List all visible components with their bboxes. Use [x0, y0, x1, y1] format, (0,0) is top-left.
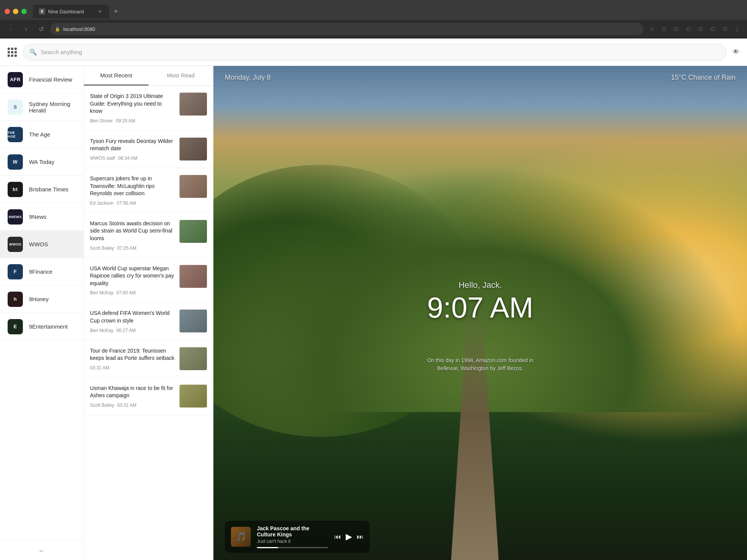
- news-item-2[interactable]: Tyson Fury reveals Deontay Wilder rematc…: [84, 131, 213, 168]
- minimize-button[interactable]: [13, 9, 18, 14]
- fast-forward-button[interactable]: ⏭: [357, 533, 364, 541]
- url-text: localhost:8080: [63, 26, 95, 32]
- sidebar-item-afr[interactable]: AFRFinancial Review: [0, 66, 83, 93]
- fact-text: On this day in 1994, Amazon.com founded …: [415, 356, 545, 372]
- news-text-4: Marcus Stoinis awaits decision on side s…: [90, 220, 175, 251]
- sidebar-item-9news[interactable]: 9NEWS9News: [0, 203, 83, 231]
- source-logo-9honey: h: [8, 292, 23, 307]
- source-name-9ent: 9Entertainment: [29, 323, 68, 330]
- maximize-button[interactable]: [21, 9, 27, 14]
- active-tab[interactable]: 9 Nine Dashboard ✕: [33, 5, 109, 18]
- forward-nav-button[interactable]: ›: [20, 23, 32, 35]
- reload-button[interactable]: ↺: [35, 23, 47, 35]
- new-tab-button[interactable]: +: [111, 6, 121, 17]
- news-title-7: Tour de France 2019: Teunissen keeps lea…: [90, 347, 175, 362]
- extensions-icon-2[interactable]: ⬡: [671, 24, 681, 34]
- music-song: Just can't hack it: [257, 539, 328, 544]
- source-logo-watoday: W: [8, 154, 23, 170]
- extensions-icon-3[interactable]: ⬡: [683, 24, 694, 34]
- news-time-3: 07:56 AM: [117, 201, 136, 206]
- extensions-icon[interactable]: ⬡: [659, 24, 669, 34]
- news-text-6: USA defend FIFA Women's World Cup crown …: [90, 310, 175, 333]
- news-time-4: 07:25 AM: [117, 246, 136, 251]
- news-author-8: Scott Bailey: [90, 403, 114, 408]
- news-time-6: 06:27 AM: [116, 328, 136, 333]
- sidebar-item-brisbane[interactable]: btBrisbane Times: [0, 176, 83, 203]
- news-author-5: Ben McKay: [90, 290, 113, 295]
- source-logo-wwos: WWOS: [8, 237, 23, 252]
- main-layout: AFRFinancial ReviewSSydney Morning Heral…: [0, 66, 747, 560]
- news-title-5: USA World Cup superstar Megan Rapinoe ra…: [90, 265, 175, 287]
- extensions-icon-6[interactable]: ⬡: [720, 24, 730, 34]
- back-nav-button[interactable]: ‹: [5, 23, 17, 35]
- news-item-7[interactable]: Tour de France 2019: Teunissen keeps lea…: [84, 340, 213, 378]
- sidebar-item-9finance[interactable]: F9Finance: [0, 258, 83, 286]
- source-logo-9news: 9NEWS: [8, 209, 23, 225]
- source-name-brisbane: Brisbane Times: [29, 186, 68, 193]
- news-title-1: State of Origin 3 2019 Ultimate Guide: E…: [90, 93, 175, 115]
- close-button[interactable]: [5, 9, 10, 14]
- news-time-8: 03:31 AM: [117, 403, 136, 408]
- sidebar-item-smh[interactable]: SSydney Morning Herald: [0, 93, 83, 121]
- extensions-icon-5[interactable]: ⬡: [707, 24, 718, 34]
- news-meta-5: Ben McKay07:00 AM: [90, 290, 175, 295]
- tab-most-read[interactable]: Most Read: [149, 66, 213, 85]
- source-name-watoday: WA Today: [29, 159, 55, 165]
- news-tabs: Most Recent Most Read: [84, 66, 213, 86]
- app-content: 🔍 Search anything 👁 AFRFinancial ReviewS…: [0, 39, 747, 560]
- source-logo-9finance: F: [8, 264, 23, 279]
- sidebar: AFRFinancial ReviewSSydney Morning Heral…: [0, 66, 84, 560]
- sidebar-back-button[interactable]: ←: [0, 541, 83, 560]
- bookmark-icon[interactable]: ☆: [646, 24, 657, 34]
- rewind-button[interactable]: ⏮: [334, 533, 341, 541]
- sidebar-items-list: AFRFinancial ReviewSSydney Morning Heral…: [0, 66, 83, 541]
- news-thumb-3: [180, 175, 207, 198]
- tab-close-button[interactable]: ✕: [97, 8, 103, 14]
- source-logo-9ent: E: [8, 319, 23, 334]
- news-item-8[interactable]: Usman Khawaja in race to be fit for Ashe…: [84, 378, 213, 415]
- sidebar-item-watoday[interactable]: WWA Today: [0, 148, 83, 176]
- tab-most-recent[interactable]: Most Recent: [84, 66, 149, 85]
- sidebar-item-wwos[interactable]: WWOSWWOS: [0, 231, 83, 258]
- news-text-7: Tour de France 2019: Teunissen keeps lea…: [90, 347, 175, 371]
- tab-favicon: 9: [39, 8, 45, 14]
- nav-actions: ☆ ⬡ ⬡ ⬡ ⬡ ⬡ ⬡ ⋮: [646, 24, 742, 34]
- search-bar[interactable]: 🔍 Search anything: [23, 44, 726, 61]
- source-name-9honey: 9Honey: [29, 296, 49, 302]
- news-item-6[interactable]: USA defend FIFA Women's World Cup crown …: [84, 303, 213, 340]
- news-item-5[interactable]: USA World Cup superstar Megan Rapinoe ra…: [84, 258, 213, 303]
- music-player: 🎵 Jack Pascoe and the Culture Kings Just…: [225, 521, 370, 553]
- progress-fill: [257, 547, 278, 548]
- source-logo-smh: S: [8, 99, 23, 115]
- news-text-8: Usman Khawaja in race to be fit for Ashe…: [90, 385, 175, 408]
- clock-time: 9:07 AM: [427, 292, 534, 324]
- more-menu-icon[interactable]: ⋮: [732, 24, 742, 34]
- sidebar-item-theage[interactable]: THE AGEThe Age: [0, 121, 83, 148]
- news-thumb-4: [180, 220, 207, 243]
- source-logo-brisbane: bt: [8, 182, 23, 197]
- news-title-2: Tyson Fury reveals Deontay Wilder rematc…: [90, 138, 175, 152]
- news-meta-8: Scott Bailey03:31 AM: [90, 403, 175, 408]
- play-button[interactable]: ▶: [346, 532, 352, 542]
- music-title: Jack Pascoe and the Culture Kings: [257, 525, 328, 538]
- news-item-1[interactable]: State of Origin 3 2019 Ultimate Guide: E…: [84, 86, 213, 131]
- news-item-4[interactable]: Marcus Stoinis awaits decision on side s…: [84, 213, 213, 258]
- news-title-6: USA defend FIFA Women's World Cup crown …: [90, 310, 175, 324]
- address-bar[interactable]: 🔒 localhost:8080: [50, 23, 643, 35]
- source-name-theage: The Age: [29, 131, 50, 138]
- tab-title: Nine Dashboard: [48, 9, 94, 14]
- source-name-9finance: 9Finance: [29, 268, 53, 275]
- search-placeholder: Search anything: [41, 49, 82, 55]
- source-name-wwos: WWOS: [29, 241, 48, 247]
- apps-icon[interactable]: [8, 48, 17, 57]
- news-item-3[interactable]: Supercars jokers fire up in Townsville: …: [84, 168, 213, 213]
- sidebar-item-9ent[interactable]: E9Entertainment: [0, 313, 83, 340]
- source-logo-theage: THE AGE: [8, 127, 23, 142]
- extensions-icon-4[interactable]: ⬡: [695, 24, 706, 34]
- source-name-9news: 9News: [29, 213, 46, 220]
- eye-icon[interactable]: 👁: [733, 48, 739, 56]
- sidebar-item-9honey[interactable]: h9Honey: [0, 286, 83, 313]
- album-art: 🎵: [231, 527, 251, 547]
- progress-bar[interactable]: [257, 547, 328, 548]
- news-time-2: 08:34 AM: [118, 156, 138, 161]
